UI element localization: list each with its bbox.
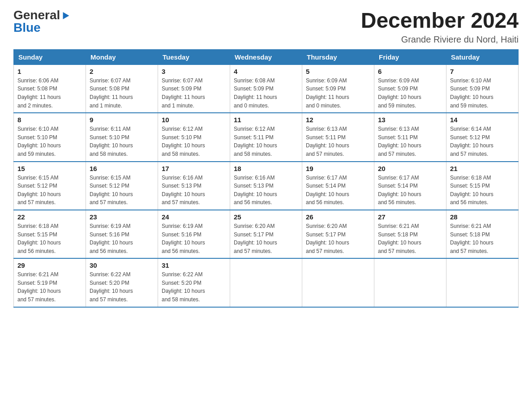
day-info: Sunrise: 6:21 AM Sunset: 5:19 PM Dayligh… — [17, 270, 82, 304]
table-row: 27Sunrise: 6:21 AM Sunset: 5:18 PM Dayli… — [374, 210, 446, 258]
day-info: Sunrise: 6:21 AM Sunset: 5:18 PM Dayligh… — [450, 222, 515, 255]
day-number: 15 — [17, 165, 82, 172]
day-number: 12 — [306, 116, 370, 124]
day-number: 13 — [378, 116, 442, 124]
table-row — [446, 258, 519, 307]
day-number: 6 — [378, 68, 442, 75]
day-number: 17 — [162, 165, 226, 172]
table-row: 3Sunrise: 6:07 AM Sunset: 5:09 PM Daylig… — [158, 64, 230, 113]
day-number: 9 — [90, 116, 154, 124]
table-row: 16Sunrise: 6:15 AM Sunset: 5:12 PM Dayli… — [86, 162, 158, 210]
table-row: 28Sunrise: 6:21 AM Sunset: 5:18 PM Dayli… — [446, 210, 519, 258]
day-info: Sunrise: 6:21 AM Sunset: 5:18 PM Dayligh… — [378, 222, 442, 255]
day-number: 25 — [234, 213, 298, 221]
table-row: 25Sunrise: 6:20 AM Sunset: 5:17 PM Dayli… — [230, 210, 302, 258]
page-header: General Blue December 2024 Grande Rivier… — [13, 9, 519, 45]
day-info: Sunrise: 6:09 AM Sunset: 5:09 PM Dayligh… — [306, 77, 370, 110]
table-row: 10Sunrise: 6:12 AM Sunset: 5:10 PM Dayli… — [158, 113, 230, 161]
table-row: 21Sunrise: 6:18 AM Sunset: 5:15 PM Dayli… — [446, 162, 519, 210]
day-info: Sunrise: 6:18 AM Sunset: 5:15 PM Dayligh… — [17, 222, 82, 255]
table-row: 26Sunrise: 6:20 AM Sunset: 5:17 PM Dayli… — [302, 210, 374, 258]
table-row — [302, 258, 374, 307]
day-number: 28 — [450, 213, 515, 221]
day-number: 11 — [234, 116, 298, 124]
table-row: 13Sunrise: 6:13 AM Sunset: 5:11 PM Dayli… — [374, 113, 446, 161]
day-number: 2 — [90, 68, 154, 75]
day-info: Sunrise: 6:16 AM Sunset: 5:13 PM Dayligh… — [162, 174, 226, 207]
day-number: 27 — [378, 213, 442, 221]
month-title: December 2024 — [361, 9, 519, 33]
day-info: Sunrise: 6:13 AM Sunset: 5:11 PM Dayligh… — [378, 125, 442, 158]
table-row: 6Sunrise: 6:09 AM Sunset: 5:09 PM Daylig… — [374, 64, 446, 113]
location-text: Grande Riviere du Nord, Haiti — [361, 34, 519, 45]
table-row: 9Sunrise: 6:11 AM Sunset: 5:10 PM Daylig… — [86, 113, 158, 161]
table-row: 23Sunrise: 6:19 AM Sunset: 5:16 PM Dayli… — [86, 210, 158, 258]
day-info: Sunrise: 6:10 AM Sunset: 5:09 PM Dayligh… — [450, 77, 515, 110]
day-number: 26 — [306, 213, 370, 221]
calendar-week-row: 8Sunrise: 6:10 AM Sunset: 5:10 PM Daylig… — [14, 113, 519, 161]
day-info: Sunrise: 6:20 AM Sunset: 5:17 PM Dayligh… — [306, 222, 370, 255]
table-row: 1Sunrise: 6:06 AM Sunset: 5:08 PM Daylig… — [14, 64, 86, 113]
calendar-table: Sunday Monday Tuesday Wednesday Thursday… — [13, 49, 519, 308]
calendar-body: 1Sunrise: 6:06 AM Sunset: 5:08 PM Daylig… — [14, 64, 519, 307]
day-info: Sunrise: 6:19 AM Sunset: 5:16 PM Dayligh… — [90, 222, 154, 255]
day-info: Sunrise: 6:09 AM Sunset: 5:09 PM Dayligh… — [378, 77, 442, 110]
day-number: 24 — [162, 213, 226, 221]
day-info: Sunrise: 6:12 AM Sunset: 5:10 PM Dayligh… — [162, 125, 226, 158]
day-info: Sunrise: 6:16 AM Sunset: 5:13 PM Dayligh… — [234, 174, 298, 207]
table-row: 2Sunrise: 6:07 AM Sunset: 5:08 PM Daylig… — [86, 64, 158, 113]
day-number: 14 — [450, 116, 515, 124]
day-number: 31 — [162, 261, 226, 269]
day-info: Sunrise: 6:07 AM Sunset: 5:09 PM Dayligh… — [162, 77, 226, 110]
logo-top-line: General — [13, 9, 68, 21]
logo: General Blue — [13, 9, 68, 34]
table-row: 19Sunrise: 6:17 AM Sunset: 5:14 PM Dayli… — [302, 162, 374, 210]
table-row: 30Sunrise: 6:22 AM Sunset: 5:20 PM Dayli… — [86, 258, 158, 307]
calendar-header: Sunday Monday Tuesday Wednesday Thursday… — [14, 49, 519, 64]
col-sunday: Sunday — [14, 49, 86, 64]
day-number: 7 — [450, 68, 515, 75]
day-info: Sunrise: 6:13 AM Sunset: 5:11 PM Dayligh… — [306, 125, 370, 158]
day-number: 8 — [17, 116, 82, 124]
day-number: 10 — [162, 116, 226, 124]
day-info: Sunrise: 6:15 AM Sunset: 5:12 PM Dayligh… — [17, 174, 82, 207]
day-info: Sunrise: 6:22 AM Sunset: 5:20 PM Dayligh… — [162, 270, 226, 304]
day-info: Sunrise: 6:11 AM Sunset: 5:10 PM Dayligh… — [90, 125, 154, 158]
day-number: 22 — [17, 213, 82, 221]
table-row: 11Sunrise: 6:12 AM Sunset: 5:11 PM Dayli… — [230, 113, 302, 161]
day-number: 30 — [90, 261, 154, 269]
day-info: Sunrise: 6:06 AM Sunset: 5:08 PM Dayligh… — [17, 77, 82, 110]
calendar-week-row: 15Sunrise: 6:15 AM Sunset: 5:12 PM Dayli… — [14, 162, 519, 210]
col-saturday: Saturday — [446, 49, 519, 64]
col-monday: Monday — [86, 49, 158, 64]
day-number: 1 — [17, 68, 82, 75]
day-info: Sunrise: 6:08 AM Sunset: 5:09 PM Dayligh… — [234, 77, 298, 110]
day-info: Sunrise: 6:17 AM Sunset: 5:14 PM Dayligh… — [378, 174, 442, 207]
col-thursday: Thursday — [302, 49, 374, 64]
title-block: December 2024 Grande Riviere du Nord, Ha… — [361, 9, 519, 45]
table-row: 18Sunrise: 6:16 AM Sunset: 5:13 PM Dayli… — [230, 162, 302, 210]
day-info: Sunrise: 6:22 AM Sunset: 5:20 PM Dayligh… — [90, 270, 154, 304]
logo-triangle-icon — [60, 12, 69, 21]
logo-general-text: General — [13, 8, 60, 22]
table-row: 4Sunrise: 6:08 AM Sunset: 5:09 PM Daylig… — [230, 64, 302, 113]
table-row: 24Sunrise: 6:19 AM Sunset: 5:16 PM Dayli… — [158, 210, 230, 258]
calendar-week-row: 22Sunrise: 6:18 AM Sunset: 5:15 PM Dayli… — [14, 210, 519, 258]
table-row: 14Sunrise: 6:14 AM Sunset: 5:12 PM Dayli… — [446, 113, 519, 161]
day-number: 4 — [234, 68, 298, 75]
table-row: 12Sunrise: 6:13 AM Sunset: 5:11 PM Dayli… — [302, 113, 374, 161]
table-row — [230, 258, 302, 307]
day-info: Sunrise: 6:19 AM Sunset: 5:16 PM Dayligh… — [162, 222, 226, 255]
table-row: 22Sunrise: 6:18 AM Sunset: 5:15 PM Dayli… — [14, 210, 86, 258]
day-number: 3 — [162, 68, 226, 75]
day-info: Sunrise: 6:15 AM Sunset: 5:12 PM Dayligh… — [90, 174, 154, 207]
day-info: Sunrise: 6:12 AM Sunset: 5:11 PM Dayligh… — [234, 125, 298, 158]
table-row: 20Sunrise: 6:17 AM Sunset: 5:14 PM Dayli… — [374, 162, 446, 210]
table-row: 7Sunrise: 6:10 AM Sunset: 5:09 PM Daylig… — [446, 64, 519, 113]
calendar-week-row: 1Sunrise: 6:06 AM Sunset: 5:08 PM Daylig… — [14, 64, 519, 113]
logo-blue-text: Blue — [13, 21, 41, 34]
day-number: 19 — [306, 165, 370, 172]
day-number: 16 — [90, 165, 154, 172]
day-number: 18 — [234, 165, 298, 172]
day-number: 29 — [17, 261, 82, 269]
